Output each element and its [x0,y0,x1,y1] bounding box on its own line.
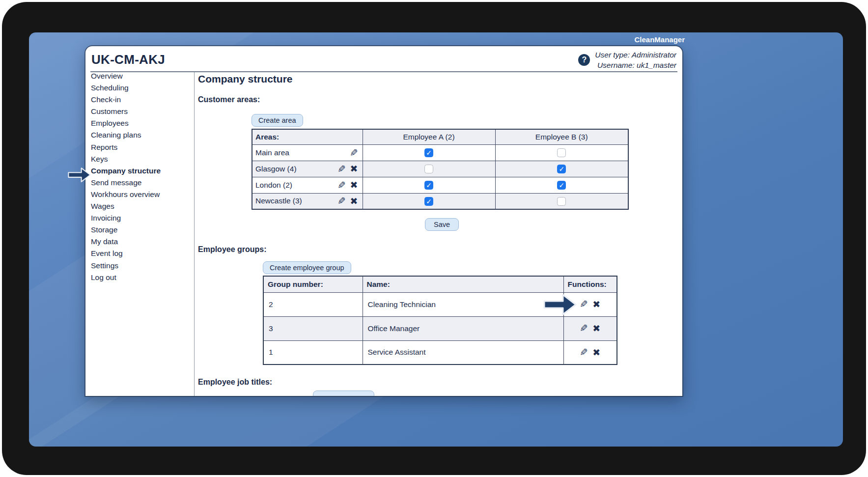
checkbox-cell: ✓ [495,193,628,209]
area-name: Main area [255,148,289,157]
checkmark-icon: ✓ [426,149,432,156]
checkbox-cell: ✓ [495,161,628,177]
sidebar-item-scheduling[interactable]: Scheduling [91,82,192,94]
group-name-cell: Service Assistant [363,340,563,365]
employee-b-checkbox[interactable]: ✓ [557,148,566,157]
device-frame: CleanManager UK-CM-AKJ ? User type: Admi… [2,2,866,475]
checkbox-cell: ✓ [363,161,495,177]
group-number-cell: 3 [263,316,363,340]
edit-group-icon[interactable]: ✎ [580,347,588,357]
edit-area-icon[interactable]: ✎ [350,148,358,158]
checkbox-cell: ✓ [363,193,495,209]
create-employee-group-button[interactable]: Create employee group [263,261,351,274]
edit-area-icon[interactable]: ✎ [337,196,346,206]
employee-groups-table: Group number: Name: Functions: 2 Cleanin… [263,276,617,365]
functions-column-header: Functions: [563,276,617,292]
sidebar-item-workhours-overview[interactable]: Workhours overview [91,189,192,200]
areas-header-row: Areas: Employee A (2) Employee B (3) [252,129,628,144]
delete-group-icon[interactable]: ✖ [592,348,600,357]
checkmark-icon: ✓ [426,182,432,189]
group-number-column-header: Group number: [263,276,363,292]
sidebar-item-settings[interactable]: Settings [91,260,192,272]
delete-area-icon[interactable]: ✖ [350,180,358,190]
sidebar-item-cleaning-plans[interactable]: Cleaning plans [91,129,192,141]
area-row: Main area ✎ ✓ ✓ [252,144,628,161]
employee-groups-label: Employee groups: [198,245,267,254]
sidebar-item-keys[interactable]: Keys [91,153,192,165]
group-name-cell: Cleaning Technician [363,292,563,316]
main-content: Company structure Customer areas: Create… [198,46,682,396]
area-row: Glasgow (4) ✎✖ ✓ ✓ [252,161,628,177]
area-name: Newcastle (3) [255,196,302,205]
delete-area-icon[interactable]: ✖ [350,196,358,206]
delete-group-icon[interactable]: ✖ [592,324,600,333]
group-functions-cell: ✎✖ [563,340,617,365]
sidebar-item-event-log[interactable]: Event log [91,248,192,259]
customer-areas-label: Customer areas: [198,95,260,104]
save-button[interactable]: Save [425,218,459,231]
sidebar-item-overview[interactable]: Overview [91,70,192,82]
employee-a-checkbox[interactable]: ✓ [424,165,433,173]
area-name-cell: Glasgow (4) ✎✖ [252,161,363,177]
screenshot-canvas: CleanManager UK-CM-AKJ ? User type: Admi… [0,0,868,477]
sidebar-item-invoicing[interactable]: Invoicing [91,212,192,224]
areas-column-header: Areas: [252,129,363,144]
area-name-cell: Newcastle (3) ✎✖ [252,193,363,209]
edit-area-icon[interactable]: ✎ [337,180,346,190]
cleanmanager-brand-label: CleanManager [634,35,685,44]
groups-header-row: Group number: Name: Functions: [263,276,617,292]
checkbox-cell: ✓ [495,177,628,193]
group-number-cell: 2 [263,292,363,316]
area-name: Glasgow (4) [255,165,297,173]
employee-a-checkbox[interactable]: ✓ [424,181,433,190]
sidebar-nav: Overview Scheduling Check-in Customers E… [91,70,192,283]
delete-group-icon[interactable]: ✖ [592,300,600,309]
app-window: UK-CM-AKJ ? User type: Administrator Use… [85,46,682,396]
group-name-column-header: Name: [363,276,563,292]
employee-b-checkbox[interactable]: ✓ [557,197,566,206]
sidebar-item-log-out[interactable]: Log out [91,272,192,283]
sidebar-item-reports[interactable]: Reports [91,141,192,153]
area-row: Newcastle (3) ✎✖ ✓ ✓ [252,193,628,209]
sidebar-item-storage[interactable]: Storage [91,224,192,236]
desktop-wallpaper: CleanManager UK-CM-AKJ ? User type: Admi… [29,32,843,447]
sidebar-item-wages[interactable]: Wages [91,200,192,212]
annotation-arrow-functions-icon [542,293,578,316]
group-name-cell: Office Manager [363,316,563,340]
checkmark-icon: ✓ [559,182,564,189]
edit-group-icon[interactable]: ✎ [580,299,588,309]
employee-a-column-header: Employee A (2) [363,129,495,144]
company-title: UK-CM-AKJ [91,52,165,67]
group-row: 1 Service Assistant ✎✖ [263,340,617,365]
edit-area-icon[interactable]: ✎ [337,164,346,174]
sidebar-item-my-data[interactable]: My data [91,236,192,248]
checkmark-icon: ✓ [426,198,432,205]
group-number-cell: 1 [263,340,363,365]
checkmark-icon: ✓ [559,166,564,172]
area-name: London (2) [255,181,292,190]
area-name-cell: Main area ✎ [252,144,363,161]
page-title: Company structure [198,73,293,85]
area-name-cell: London (2) ✎✖ [252,177,363,193]
edit-group-icon[interactable]: ✎ [580,323,588,333]
sidebar-item-company-structure[interactable]: Company structure [91,165,192,177]
customer-areas-table: Areas: Employee A (2) Employee B (3) Mai… [252,129,629,210]
employee-b-checkbox[interactable]: ✓ [557,181,566,190]
employee-a-checkbox[interactable]: ✓ [424,148,433,157]
create-area-button[interactable]: Create area [252,114,303,127]
annotation-arrow-sidebar-icon [68,164,91,186]
sidebar-item-send-message[interactable]: Send message [91,177,192,189]
sidebar-item-check-in[interactable]: Check-in [91,94,192,106]
area-row: London (2) ✎✖ ✓ ✓ [252,177,628,193]
sidebar-divider [194,72,195,396]
create-job-title-button-clipped[interactable] [313,391,374,396]
employee-a-checkbox[interactable]: ✓ [424,197,433,206]
delete-area-icon[interactable]: ✖ [350,164,358,173]
checkbox-cell: ✓ [363,144,495,161]
employee-b-checkbox[interactable]: ✓ [557,165,566,173]
employee-job-titles-label: Employee job titles: [198,378,272,387]
checkbox-cell: ✓ [363,177,495,193]
checkbox-cell: ✓ [495,144,628,161]
sidebar-item-customers[interactable]: Customers [91,106,192,117]
sidebar-item-employees[interactable]: Employees [91,117,192,129]
